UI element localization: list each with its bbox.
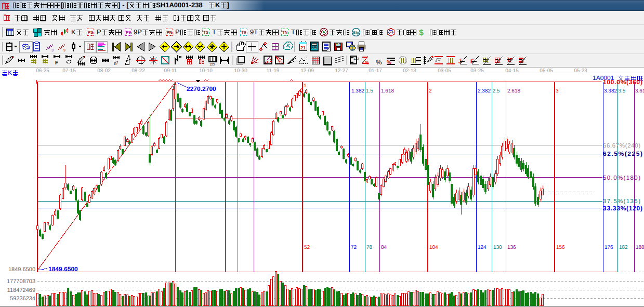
svg-text:[: [ — [61, 1, 63, 9]
svg-text:P: P — [175, 28, 180, 36]
svg-text:1.618: 1.618 — [381, 88, 394, 94]
svg-text:72: 72 — [351, 245, 357, 250]
svg-text:01-17: 01-17 — [369, 68, 382, 74]
svg-text:9: 9 — [63, 49, 65, 52]
svg-text:T: T — [212, 28, 216, 36]
svg-text:]: ] — [227, 1, 229, 9]
svg-text:K: K — [8, 69, 12, 76]
svg-text:84: 84 — [381, 245, 387, 250]
svg-text:118472469: 118472469 — [7, 287, 35, 293]
svg-text:P9: P9 — [126, 30, 131, 35]
svg-text:3.382: 3.382 — [604, 88, 617, 94]
svg-text:K: K — [215, 1, 220, 9]
svg-text:3.5: 3.5 — [619, 88, 626, 94]
svg-text:07-15: 07-15 — [62, 68, 76, 74]
svg-text:2.5: 2.5 — [493, 88, 500, 94]
svg-text:T9: T9 — [241, 30, 246, 35]
svg-text:$: $ — [419, 29, 424, 37]
svg-text:177708703: 177708703 — [7, 278, 35, 285]
svg-text:PN: PN — [166, 30, 172, 35]
svg-text:06-25: 06-25 — [36, 68, 49, 74]
svg-text:59236234: 59236234 — [10, 296, 35, 302]
svg-text:1.382: 1.382 — [351, 88, 364, 94]
svg-text:03-25: 03-25 — [470, 68, 484, 74]
svg-text:123: 123 — [353, 57, 359, 61]
svg-text:182: 182 — [619, 245, 628, 250]
svg-text:37.5%(135): 37.5%(135) — [603, 198, 640, 205]
svg-text:04-15: 04-15 — [505, 68, 519, 74]
svg-text:08-22: 08-22 — [132, 68, 145, 74]
svg-text:188: 188 — [636, 245, 644, 250]
svg-text:1.5: 1.5 — [366, 88, 373, 94]
svg-text:123: 123 — [209, 63, 215, 66]
svg-text:SH1A0001-238: SH1A0001-238 — [156, 1, 203, 9]
svg-text:1849.6500: 1849.6500 — [48, 265, 78, 273]
svg-text:104: 104 — [429, 245, 438, 250]
svg-text:1: 1 — [304, 83, 307, 89]
svg-text:10-30: 10-30 — [234, 68, 247, 74]
svg-text:3: 3 — [51, 49, 54, 52]
svg-text:05-23: 05-23 — [574, 68, 587, 74]
svg-text:136: 136 — [507, 245, 516, 250]
svg-text:P: P — [97, 28, 101, 36]
svg-text:1849.6500: 1849.6500 — [8, 266, 35, 273]
svg-text:2.382: 2.382 — [478, 88, 491, 94]
svg-text:03-05: 03-05 — [438, 68, 451, 74]
svg-text:130: 130 — [493, 245, 502, 250]
svg-text:100.0%(360): 100.0%(360) — [603, 78, 642, 86]
svg-text:176: 176 — [604, 245, 613, 250]
svg-text:12-09: 12-09 — [300, 68, 314, 74]
svg-text:9T: 9T — [250, 28, 258, 36]
svg-text:TN: TN — [282, 30, 288, 35]
svg-text:%: % — [365, 60, 369, 65]
svg-text:05-05: 05-05 — [540, 68, 553, 74]
svg-text:2: 2 — [429, 88, 432, 94]
svg-text:] - [: ] - [ — [118, 1, 129, 9]
svg-text:3: 3 — [556, 88, 559, 94]
svg-text:78: 78 — [366, 245, 373, 250]
svg-text:%: % — [376, 58, 382, 66]
svg-text:02-13: 02-13 — [403, 68, 416, 74]
svg-text:3.618: 3.618 — [635, 88, 644, 94]
svg-text:10-10: 10-10 — [199, 68, 213, 74]
svg-text:T: T — [291, 28, 295, 36]
svg-text:50.0%(180): 50.0%(180) — [603, 175, 640, 181]
svg-text:156: 156 — [556, 245, 565, 250]
svg-text:12-27: 12-27 — [335, 68, 348, 74]
svg-text:33.33%(120): 33.33%(120) — [603, 205, 642, 212]
svg-text:11-19: 11-19 — [267, 68, 280, 74]
svg-text:21: 21 — [300, 45, 306, 50]
svg-text:124: 124 — [478, 245, 487, 250]
svg-text:52: 52 — [304, 245, 310, 250]
svg-text:09-11: 09-11 — [164, 68, 177, 74]
svg-text:9P: 9P — [134, 28, 142, 36]
svg-text:K: K — [71, 28, 76, 36]
svg-text:66.67%(240): 66.67%(240) — [603, 143, 640, 149]
svg-text:PS: PS — [88, 30, 94, 35]
svg-text:2270.2700: 2270.2700 — [187, 85, 216, 92]
svg-text:62.5%(225): 62.5%(225) — [603, 150, 642, 157]
svg-text:08-02: 08-02 — [97, 68, 111, 74]
svg-text:F: F — [55, 60, 58, 66]
svg-text:Big: Big — [353, 31, 359, 35]
svg-text:2.618: 2.618 — [507, 88, 520, 94]
svg-text:TS: TS — [203, 30, 209, 35]
